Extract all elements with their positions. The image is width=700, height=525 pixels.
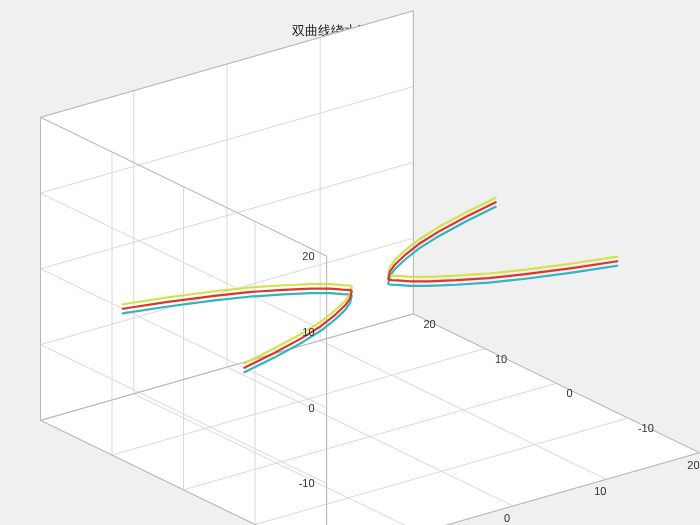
svg-text:0: 0 — [566, 387, 572, 399]
figure-window: 双曲线绕水平轴旋转 -20-1001020-20-1001020-20-1001… — [0, 0, 700, 525]
svg-text:0: 0 — [308, 402, 314, 414]
svg-text:20: 20 — [423, 318, 435, 330]
svg-text:10: 10 — [302, 326, 314, 338]
svg-text:-10: -10 — [638, 422, 654, 434]
axes-3d[interactable]: -20-1001020-20-1001020-20-1001020 — [0, 0, 700, 525]
svg-text:20: 20 — [687, 459, 699, 471]
svg-text:20: 20 — [302, 250, 314, 262]
svg-text:10: 10 — [594, 485, 606, 497]
svg-text:0: 0 — [504, 512, 510, 524]
svg-text:10: 10 — [495, 353, 507, 365]
svg-text:-10: -10 — [299, 477, 315, 489]
